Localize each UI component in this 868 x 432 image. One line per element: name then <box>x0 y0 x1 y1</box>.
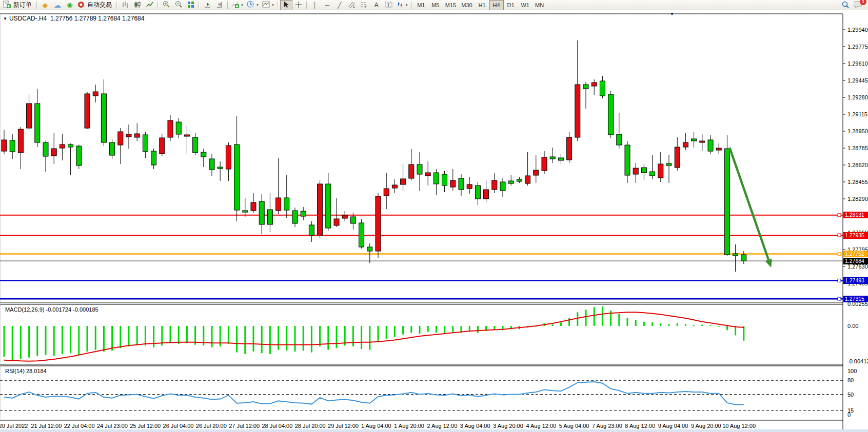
timeframe-mn[interactable]: MN <box>532 0 547 10</box>
chart-collapse-arrow-icon[interactable]: ▼ <box>670 12 674 16</box>
time-axis-label: 3 Aug 20:00 <box>493 423 523 429</box>
timeframe-h1[interactable]: H1 <box>475 0 489 10</box>
macd-histogram-bar <box>568 318 570 326</box>
candle <box>151 151 156 165</box>
time-axis-label: 10 Aug 12:00 <box>722 423 756 429</box>
trend-arrow[interactable] <box>729 148 768 260</box>
macd-histogram-bar <box>477 326 479 333</box>
price-axis-tick: 1.29280 <box>847 94 868 100</box>
macd-histogram-bar <box>502 326 504 330</box>
line-handle[interactable] <box>838 253 841 256</box>
candle <box>417 164 422 174</box>
macd-indicator-label: MACD(12,26,9) -0.001724 -0.000185 <box>5 306 98 313</box>
search-button[interactable] <box>839 0 852 10</box>
line-handle[interactable] <box>838 214 841 217</box>
trendline-icon: ╱ <box>338 2 341 8</box>
price-badge: 1.27684 <box>843 258 868 264</box>
macd-histogram-bar <box>660 323 661 326</box>
macd-histogram-bar <box>203 326 204 345</box>
zoom-in-button[interactable] <box>160 0 172 10</box>
arrows-dropdown[interactable]: ▼ <box>395 0 410 10</box>
horizontal-line-button[interactable]: ─ <box>321 0 333 10</box>
line-handle[interactable] <box>838 234 841 237</box>
candle <box>251 202 256 211</box>
metaeditor-button[interactable]: ◆ <box>39 0 51 10</box>
chart-line-icon <box>146 1 153 9</box>
channel-button[interactable]: E <box>346 0 358 10</box>
line-handle[interactable] <box>838 279 841 282</box>
chart-candles-button[interactable] <box>131 0 144 10</box>
text-button[interactable]: A <box>370 0 383 10</box>
vline-icon: │ <box>313 2 317 8</box>
svg-text:T: T <box>387 2 390 7</box>
macd-histogram-bar <box>369 326 370 350</box>
price-axis-tick: 1.28290 <box>847 196 868 202</box>
templates-icon <box>262 1 270 9</box>
chart-bars-icon <box>122 1 129 9</box>
timeframe-m5[interactable]: M5 <box>428 0 443 10</box>
cursor-button[interactable] <box>280 0 292 10</box>
chart-bars-button[interactable] <box>119 0 131 10</box>
macd-histogram-bar <box>452 326 453 332</box>
timeframe-d1[interactable]: D1 <box>504 0 518 10</box>
fibonacci-button[interactable]: F <box>358 0 370 10</box>
macd-histogram-bar <box>419 326 421 334</box>
periods-dropdown[interactable]: ▼ <box>245 0 261 10</box>
market-watch-button[interactable]: ☁ <box>51 0 64 10</box>
candle <box>284 198 289 210</box>
vertical-line-button[interactable]: │ <box>309 0 321 10</box>
price-axis-tick: 1.28950 <box>847 128 868 134</box>
timeframe-m15[interactable]: M15 <box>443 0 459 10</box>
auto-scroll-button[interactable] <box>201 0 213 10</box>
timeframe-m30[interactable]: M30 <box>459 0 475 10</box>
candle <box>359 223 364 247</box>
signal-button[interactable]: ◉ <box>64 0 76 10</box>
chevron-down-icon: ▼ <box>271 4 274 7</box>
toolbar-separator <box>36 2 37 9</box>
text-label-button[interactable]: T <box>383 0 395 10</box>
candle <box>367 247 372 251</box>
chevron-down-icon: ▼ <box>256 4 259 7</box>
time-axis-label: 7 Aug 23:00 <box>592 423 622 429</box>
time-axis-label: 9 Aug 20:00 <box>691 423 721 429</box>
time-axis-label: 1 Aug 04:00 <box>361 423 391 429</box>
auto-trading-button[interactable]: 自动交易 <box>76 0 115 10</box>
time-axis-label: 24 Jul 23:00 <box>97 423 128 429</box>
candle <box>733 254 738 256</box>
zoom-out-button[interactable] <box>172 0 185 10</box>
line-handle[interactable] <box>838 297 841 300</box>
candle <box>450 180 456 187</box>
timeframe-m1[interactable]: M1 <box>414 0 428 10</box>
tile-windows-button[interactable] <box>185 0 197 10</box>
macd-histogram-bar <box>685 324 686 326</box>
symbol-dropdown-icon[interactable]: ▼ <box>3 16 7 21</box>
candle <box>76 146 82 166</box>
indicators-dropdown[interactable]: ▼ <box>230 0 245 10</box>
candle <box>591 83 597 86</box>
macd-histogram-bar <box>469 326 470 331</box>
notifications-button[interactable]: 1 <box>852 0 864 10</box>
chart-line-button[interactable] <box>144 0 156 10</box>
candle <box>118 132 123 145</box>
timeframe-w1[interactable]: W1 <box>518 0 532 10</box>
autotrading-icon <box>77 1 85 9</box>
candle <box>492 180 497 190</box>
candle <box>267 210 272 224</box>
trendline-button[interactable]: ╱ <box>333 0 346 10</box>
chart-symbol-timeframe: USDCAD-,H4 <box>9 15 47 22</box>
new-order-label: 新订单 <box>12 1 33 9</box>
templates-dropdown[interactable]: ▼ <box>261 0 276 10</box>
candle <box>525 176 530 183</box>
trend-arrow-head[interactable] <box>765 259 772 268</box>
timeframe-h4[interactable]: H4 <box>489 0 504 10</box>
chart-shift-button[interactable] <box>213 0 226 10</box>
macd-histogram-bar <box>352 326 354 346</box>
new-order-button[interactable]: 新订单 <box>2 0 35 10</box>
macd-histogram-bar <box>519 326 520 330</box>
macd-histogram-bar <box>436 326 437 333</box>
crosshair-button[interactable] <box>292 0 305 10</box>
candle <box>700 141 705 142</box>
chart-candles-icon <box>134 1 141 9</box>
channel-icon: E <box>348 1 356 9</box>
toolbar-separator <box>157 2 159 9</box>
